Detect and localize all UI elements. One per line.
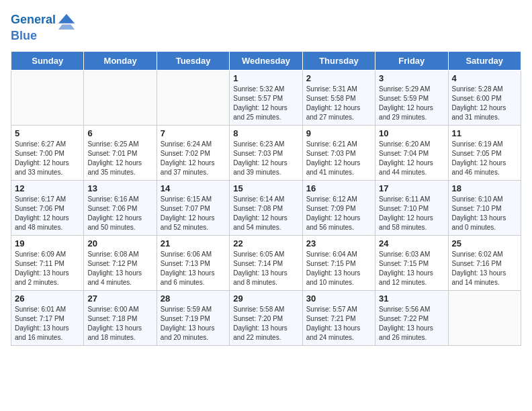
day-number: 25 bbox=[452, 238, 517, 248]
day-number: 20 bbox=[87, 238, 152, 248]
day-number: 4 bbox=[452, 73, 517, 83]
day-cell: 5Sunrise: 6:27 AM Sunset: 7:00 PM Daylig… bbox=[11, 125, 84, 180]
day-cell: 16Sunrise: 6:12 AM Sunset: 7:09 PM Dayli… bbox=[302, 180, 375, 235]
week-row-3: 12Sunrise: 6:17 AM Sunset: 7:06 PM Dayli… bbox=[11, 180, 521, 235]
day-number: 28 bbox=[161, 293, 226, 304]
day-info: Sunrise: 5:31 AM Sunset: 5:58 PM Dayligh… bbox=[306, 85, 371, 122]
day-cell: 30Sunrise: 5:57 AM Sunset: 7:21 PM Dayli… bbox=[302, 290, 375, 345]
day-info: Sunrise: 6:17 AM Sunset: 7:06 PM Dayligh… bbox=[15, 195, 80, 232]
day-number: 15 bbox=[233, 183, 298, 193]
day-cell: 17Sunrise: 6:11 AM Sunset: 7:10 PM Dayli… bbox=[375, 180, 448, 235]
day-info: Sunrise: 6:10 AM Sunset: 7:10 PM Dayligh… bbox=[452, 195, 517, 232]
day-number: 6 bbox=[87, 128, 152, 138]
day-info: Sunrise: 6:25 AM Sunset: 7:01 PM Dayligh… bbox=[87, 140, 152, 177]
day-number: 18 bbox=[452, 183, 517, 193]
day-cell: 15Sunrise: 6:14 AM Sunset: 7:08 PM Dayli… bbox=[230, 180, 302, 235]
day-cell: 10Sunrise: 6:20 AM Sunset: 7:04 PM Dayli… bbox=[375, 125, 448, 180]
day-cell bbox=[11, 70, 84, 125]
day-number: 14 bbox=[161, 183, 226, 193]
day-number: 19 bbox=[15, 238, 80, 248]
day-cell: 26Sunrise: 6:01 AM Sunset: 7:17 PM Dayli… bbox=[11, 290, 84, 345]
day-info: Sunrise: 5:58 AM Sunset: 7:20 PM Dayligh… bbox=[233, 305, 298, 342]
day-number: 30 bbox=[306, 293, 371, 304]
day-number: 5 bbox=[15, 128, 80, 138]
day-cell: 1Sunrise: 5:32 AM Sunset: 5:57 PM Daylig… bbox=[230, 70, 302, 125]
day-number: 31 bbox=[379, 293, 444, 304]
day-cell: 9Sunrise: 6:21 AM Sunset: 7:03 PM Daylig… bbox=[302, 125, 375, 180]
day-cell: 24Sunrise: 6:03 AM Sunset: 7:15 PM Dayli… bbox=[375, 235, 448, 290]
day-info: Sunrise: 6:08 AM Sunset: 7:12 PM Dayligh… bbox=[87, 250, 152, 287]
day-info: Sunrise: 6:21 AM Sunset: 7:03 PM Dayligh… bbox=[306, 140, 371, 177]
day-number: 8 bbox=[233, 128, 298, 138]
calendar-body: 1Sunrise: 5:32 AM Sunset: 5:57 PM Daylig… bbox=[11, 70, 521, 345]
week-row-4: 19Sunrise: 6:09 AM Sunset: 7:11 PM Dayli… bbox=[11, 235, 521, 290]
day-of-week-friday: Friday bbox=[375, 51, 448, 70]
day-cell: 7Sunrise: 6:24 AM Sunset: 7:02 PM Daylig… bbox=[157, 125, 229, 180]
day-info: Sunrise: 6:12 AM Sunset: 7:09 PM Dayligh… bbox=[306, 195, 371, 232]
day-of-week-monday: Monday bbox=[84, 51, 157, 70]
day-info: Sunrise: 6:06 AM Sunset: 7:13 PM Dayligh… bbox=[161, 250, 226, 287]
day-cell: 27Sunrise: 6:00 AM Sunset: 7:18 PM Dayli… bbox=[84, 290, 157, 345]
svg-marker-1 bbox=[58, 25, 75, 30]
day-cell: 20Sunrise: 6:08 AM Sunset: 7:12 PM Dayli… bbox=[84, 235, 157, 290]
day-cell bbox=[84, 70, 157, 125]
day-number: 24 bbox=[379, 238, 444, 248]
day-info: Sunrise: 5:59 AM Sunset: 7:19 PM Dayligh… bbox=[161, 305, 226, 342]
day-cell: 18Sunrise: 6:10 AM Sunset: 7:10 PM Dayli… bbox=[448, 180, 521, 235]
day-of-week-tuesday: Tuesday bbox=[157, 51, 229, 70]
week-row-5: 26Sunrise: 6:01 AM Sunset: 7:17 PM Dayli… bbox=[11, 290, 521, 345]
day-number: 26 bbox=[15, 293, 80, 304]
day-info: Sunrise: 6:01 AM Sunset: 7:17 PM Dayligh… bbox=[15, 305, 80, 342]
day-cell: 21Sunrise: 6:06 AM Sunset: 7:13 PM Dayli… bbox=[157, 235, 229, 290]
day-number: 22 bbox=[233, 238, 298, 248]
day-cell: 6Sunrise: 6:25 AM Sunset: 7:01 PM Daylig… bbox=[84, 125, 157, 180]
logo-general: General bbox=[11, 13, 56, 26]
day-cell: 29Sunrise: 5:58 AM Sunset: 7:20 PM Dayli… bbox=[230, 290, 302, 345]
day-cell: 19Sunrise: 6:09 AM Sunset: 7:11 PM Dayli… bbox=[11, 235, 84, 290]
calendar-header: SundayMondayTuesdayWednesdayThursdayFrid… bbox=[11, 51, 521, 70]
logo-text: General Blue bbox=[11, 11, 76, 43]
day-cell: 25Sunrise: 6:02 AM Sunset: 7:16 PM Dayli… bbox=[448, 235, 521, 290]
day-cell bbox=[157, 70, 229, 125]
day-info: Sunrise: 6:11 AM Sunset: 7:10 PM Dayligh… bbox=[379, 195, 444, 232]
day-cell: 31Sunrise: 5:56 AM Sunset: 7:22 PM Dayli… bbox=[375, 290, 448, 345]
day-info: Sunrise: 6:03 AM Sunset: 7:15 PM Dayligh… bbox=[379, 250, 444, 287]
day-info: Sunrise: 6:14 AM Sunset: 7:08 PM Dayligh… bbox=[233, 195, 298, 232]
day-info: Sunrise: 5:29 AM Sunset: 5:59 PM Dayligh… bbox=[379, 85, 444, 122]
day-info: Sunrise: 6:20 AM Sunset: 7:04 PM Dayligh… bbox=[379, 140, 444, 177]
day-cell: 22Sunrise: 6:05 AM Sunset: 7:14 PM Dayli… bbox=[230, 235, 302, 290]
day-cell: 4Sunrise: 5:28 AM Sunset: 6:00 PM Daylig… bbox=[448, 70, 521, 125]
page-header: General Blue bbox=[11, 11, 521, 43]
day-number: 17 bbox=[379, 183, 444, 193]
day-cell: 23Sunrise: 6:04 AM Sunset: 7:15 PM Dayli… bbox=[302, 235, 375, 290]
day-cell bbox=[448, 290, 521, 345]
day-number: 29 bbox=[233, 293, 298, 304]
day-info: Sunrise: 6:19 AM Sunset: 7:05 PM Dayligh… bbox=[452, 140, 517, 177]
day-number: 16 bbox=[306, 183, 371, 193]
day-of-week-saturday: Saturday bbox=[448, 51, 521, 70]
day-info: Sunrise: 5:32 AM Sunset: 5:57 PM Dayligh… bbox=[233, 85, 298, 122]
logo-blue: Blue bbox=[11, 29, 37, 42]
week-row-1: 1Sunrise: 5:32 AM Sunset: 5:57 PM Daylig… bbox=[11, 70, 521, 125]
day-cell: 28Sunrise: 5:59 AM Sunset: 7:19 PM Dayli… bbox=[157, 290, 229, 345]
day-number: 10 bbox=[379, 128, 444, 138]
day-info: Sunrise: 6:02 AM Sunset: 7:16 PM Dayligh… bbox=[452, 250, 517, 287]
day-info: Sunrise: 5:28 AM Sunset: 6:00 PM Dayligh… bbox=[452, 85, 517, 122]
calendar-table: SundayMondayTuesdayWednesdayThursdayFrid… bbox=[11, 51, 521, 346]
day-info: Sunrise: 5:56 AM Sunset: 7:22 PM Dayligh… bbox=[379, 305, 444, 342]
day-number: 23 bbox=[306, 238, 371, 248]
day-info: Sunrise: 6:09 AM Sunset: 7:11 PM Dayligh… bbox=[15, 250, 80, 287]
day-info: Sunrise: 6:00 AM Sunset: 7:18 PM Dayligh… bbox=[87, 305, 152, 342]
day-number: 13 bbox=[87, 183, 152, 193]
day-cell: 11Sunrise: 6:19 AM Sunset: 7:05 PM Dayli… bbox=[448, 125, 521, 180]
day-number: 2 bbox=[306, 73, 371, 83]
day-info: Sunrise: 6:23 AM Sunset: 7:03 PM Dayligh… bbox=[233, 140, 298, 177]
day-number: 1 bbox=[233, 73, 298, 83]
day-cell: 8Sunrise: 6:23 AM Sunset: 7:03 PM Daylig… bbox=[230, 125, 302, 180]
day-info: Sunrise: 6:15 AM Sunset: 7:07 PM Dayligh… bbox=[161, 195, 226, 232]
day-cell: 3Sunrise: 5:29 AM Sunset: 5:59 PM Daylig… bbox=[375, 70, 448, 125]
days-of-week-row: SundayMondayTuesdayWednesdayThursdayFrid… bbox=[11, 51, 521, 70]
day-number: 21 bbox=[161, 238, 226, 248]
day-info: Sunrise: 6:27 AM Sunset: 7:00 PM Dayligh… bbox=[15, 140, 80, 177]
day-number: 9 bbox=[306, 128, 371, 138]
